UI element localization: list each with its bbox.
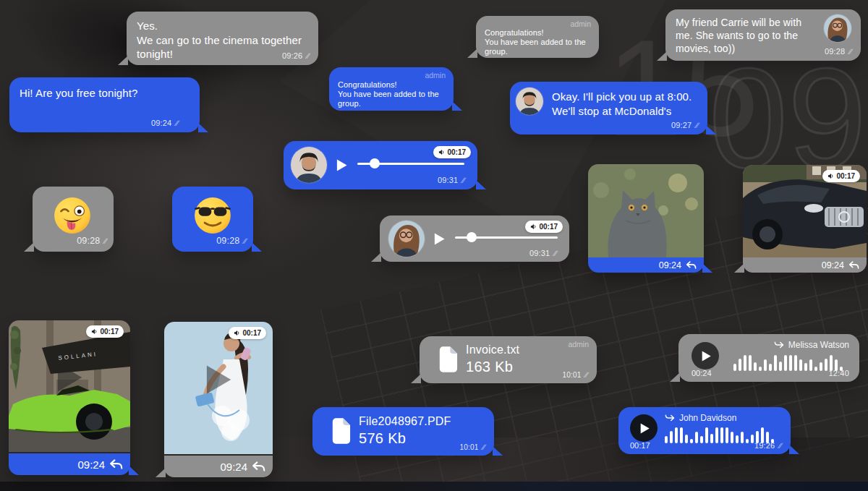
forwarded-from-label: Melissa Watson (774, 340, 849, 350)
play-icon (433, 232, 446, 246)
duration-text: 00:17 (447, 148, 466, 156)
message-line: Hi! Are you free tonight? (20, 86, 190, 101)
audio-waveform[interactable] (733, 352, 843, 371)
message-line: You have been added to the group. (338, 90, 445, 108)
file-document-icon (331, 417, 351, 448)
waveform-bar (700, 436, 703, 443)
bubble-tail (198, 123, 208, 132)
waveform-bar (751, 435, 754, 443)
play-button[interactable] (432, 231, 446, 247)
bubble-tail (657, 51, 667, 61)
message-admin-notice-gray[interactable]: admin Congratulations! You have been add… (476, 16, 599, 58)
message-text-yes[interactable]: Yes. We can go to the cinema together to… (127, 12, 318, 65)
message-text-okay[interactable]: Okay. I'll pick you up at 8:00. We'll st… (510, 82, 707, 135)
message-text-hi[interactable]: Hi! Are you free tonight? 09:24 (9, 77, 200, 132)
chat-wallpaper-canvas: 15 09 Yes. We can go to the cinema toget… (0, 0, 868, 491)
message-photo-cat[interactable]: 09:24 (588, 164, 704, 273)
play-button[interactable] (334, 157, 349, 173)
bubble-tail (734, 263, 744, 273)
bubble-tail (156, 468, 166, 477)
avatar[interactable] (291, 147, 327, 183)
speaker-icon (438, 149, 445, 155)
play-icon (701, 350, 712, 362)
message-meta: 09:24 (151, 119, 178, 127)
audio-message-john[interactable]: 00:17 John Davidson 19:26 (618, 407, 791, 454)
message-video-girl[interactable]: 09:24 00:17 (164, 322, 273, 477)
waveform-bar (799, 359, 802, 371)
cat-photo[interactable] (588, 164, 704, 257)
voice-message-blue[interactable]: 00:17 09:31 (284, 141, 477, 189)
background-desk-edge (0, 482, 868, 491)
message-video-car[interactable]: 09:24 00:17 (743, 165, 867, 273)
message-admin-notice-blue[interactable]: admin Congratulations! You have been add… (329, 67, 454, 111)
play-overlay-button[interactable] (203, 363, 234, 399)
bubble-tail (706, 125, 716, 135)
message-line: My friend Carrie will be with me. She wa… (676, 16, 816, 56)
message-time: 10:01 (459, 443, 478, 451)
forwarded-sender-name: Melissa Watson (788, 340, 849, 350)
play-overlay-button[interactable] (54, 361, 85, 397)
message-time: 09:24 (77, 458, 105, 471)
waveform-bar (670, 431, 673, 443)
duration-text: 00:17 (539, 223, 558, 231)
audio-message-melissa[interactable]: 00:24 Melissa Watson 12:40 (678, 334, 859, 382)
read-receipt-icon (481, 443, 485, 451)
message-time: 09:31 (438, 176, 459, 184)
waveform-bar (754, 362, 757, 371)
file-size: 576 Kb (359, 430, 406, 447)
avatar[interactable] (388, 221, 425, 257)
message-file-pdf[interactable]: File2048967.PDF 576 Kb 10:01 (312, 407, 494, 456)
message-time: 09:26 (282, 51, 303, 60)
read-receipt-icon (305, 52, 310, 60)
voice-message-gray[interactable]: 00:17 09:31 (380, 215, 569, 262)
bubble-tail (670, 372, 680, 382)
media-footer: 09:24 (164, 456, 273, 477)
duration-badge: 00:17 (525, 221, 563, 233)
waveform-bar (764, 359, 767, 371)
message-meta: 12:40 (828, 369, 849, 377)
admin-sender-label: admin (425, 71, 446, 80)
forward-arrow-icon (665, 414, 675, 422)
waveform-bar (665, 436, 668, 443)
avatar[interactable] (516, 87, 543, 115)
waveform-bar (739, 359, 741, 371)
duration-badge: 00:17 (229, 327, 266, 339)
play-icon (336, 158, 348, 172)
bubble-tail (702, 263, 712, 273)
bubble-tail (129, 466, 139, 475)
message-line: You have been added to the group. (485, 38, 590, 56)
waveform-bar (726, 427, 728, 443)
voice-progress-slider[interactable] (455, 231, 558, 243)
message-emoji-sunglasses[interactable]: 09:28 (172, 187, 253, 252)
message-meta: 09:31 (529, 249, 556, 257)
message-meta: 19:26 (754, 441, 781, 450)
bubble-tail (411, 374, 421, 383)
message-meta: 10:01 (562, 371, 587, 379)
play-button[interactable] (630, 414, 658, 442)
message-meta: 09:27 (671, 121, 698, 129)
read-receipt-icon (553, 249, 557, 257)
media-frame: SOLLANI 09:24 (9, 320, 130, 475)
slider-knob[interactable] (467, 232, 477, 242)
voice-progress-slider[interactable] (357, 158, 464, 169)
read-receipt-icon (848, 48, 852, 56)
slider-knob[interactable] (370, 158, 380, 168)
message-text-carrie[interactable]: My friend Carrie will be with me. She wa… (665, 9, 861, 61)
bubble-tail (476, 180, 486, 189)
waveform-bar (825, 359, 827, 371)
speaker-icon (827, 173, 834, 179)
message-meta: 09:28 (77, 236, 106, 246)
duration-text: 00:17 (100, 328, 119, 336)
file-document-icon (438, 345, 458, 377)
message-time: 09:24 (151, 119, 172, 127)
waveform-bar (769, 364, 772, 371)
speaker-icon (91, 328, 98, 335)
message-time: 09:28 (77, 236, 100, 246)
woman-avatar-icon (824, 14, 851, 42)
message-video-lamborghini[interactable]: SOLLANI 09:24 (9, 320, 130, 475)
play-button[interactable] (692, 342, 719, 370)
message-emoji-wink[interactable]: 09:28 (33, 187, 114, 252)
avatar[interactable] (824, 14, 851, 42)
message-file-invoice[interactable]: admin Invoice.txt 163 Kb 10:01 (420, 336, 597, 383)
waveform-bar (741, 432, 744, 443)
